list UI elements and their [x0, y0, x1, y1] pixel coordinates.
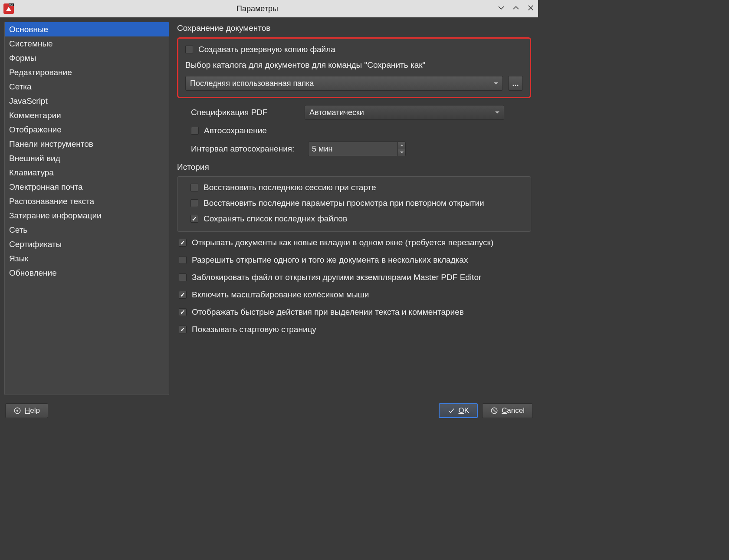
- check-icon: [447, 407, 455, 415]
- sidebar-item-1[interactable]: Системные: [5, 36, 169, 51]
- ok-button[interactable]: OK: [439, 403, 478, 418]
- sidebar-item-11[interactable]: Электронная почта: [5, 180, 169, 194]
- option-label-1: Разрешить открытие одного и того же доку…: [192, 255, 468, 265]
- combo-save-folder-value: Последняя использованная папка: [190, 79, 314, 88]
- option-label-0: Открывать документы как новые вкладки в …: [192, 238, 493, 247]
- sidebar-item-5[interactable]: JavaScript: [5, 94, 169, 108]
- sidebar-item-16[interactable]: Язык: [5, 251, 169, 266]
- category-sidebar: ОсновныеСистемныеФормыРедактированиеСетк…: [4, 22, 169, 395]
- group-title-save: Сохранение документов: [177, 23, 531, 33]
- option-checkbox-4[interactable]: [179, 308, 187, 316]
- sidebar-item-9[interactable]: Внешний вид: [5, 151, 169, 165]
- help-icon: [13, 407, 21, 415]
- save-options-panel: Спецификация PDF Автоматически Автосохра…: [177, 105, 531, 156]
- option-label-2: Заблокировать файл от открытия другими э…: [192, 273, 481, 282]
- sidebar-item-17[interactable]: Обновление: [5, 266, 169, 280]
- label-keep-recent: Сохранять список последних файлов: [204, 214, 347, 224]
- option-label-4: Отображать быстрые действия при выделени…: [192, 307, 464, 317]
- checkbox-restore-session[interactable]: [190, 184, 198, 191]
- help-button-label: Help: [25, 406, 40, 415]
- dialog-body: ОсновныеСистемныеФормыРедактированиеСетк…: [0, 17, 538, 399]
- checkbox-keep-recent[interactable]: [190, 215, 198, 223]
- chevron-down-icon: [494, 82, 498, 85]
- option-row-2: Заблокировать файл от открытия другими э…: [179, 273, 531, 282]
- option-checkbox-1[interactable]: [179, 256, 187, 264]
- browse-button[interactable]: ...: [508, 76, 523, 91]
- sidebar-item-4[interactable]: Сетка: [5, 79, 169, 94]
- option-checkbox-5[interactable]: [179, 326, 187, 333]
- sidebar-item-10[interactable]: Клавиатура: [5, 165, 169, 180]
- svg-point-1: [16, 410, 19, 412]
- option-row-3: Включить масштабирование колёсиком мыши: [179, 290, 531, 300]
- help-button[interactable]: Help: [5, 403, 48, 418]
- label-pdf-spec: Спецификация PDF: [191, 108, 299, 117]
- option-label-5: Показывать стартовую страницу: [192, 325, 316, 334]
- app-icon: PDF: [3, 3, 14, 14]
- combo-save-folder[interactable]: Последняя использованная папка: [185, 76, 503, 91]
- browse-button-label: ...: [512, 79, 519, 88]
- general-options-list: Открывать документы как новые вкладки в …: [177, 238, 531, 334]
- cancel-button[interactable]: Cancel: [482, 403, 533, 418]
- sidebar-item-3[interactable]: Редактирование: [5, 65, 169, 79]
- option-row-5: Показывать стартовую страницу: [179, 325, 531, 334]
- spin-up-button[interactable]: [398, 142, 405, 149]
- sidebar-item-6[interactable]: Комментарии: [5, 108, 169, 122]
- sidebar-item-7[interactable]: Отображение: [5, 122, 169, 137]
- label-restore-view: Восстановить последние параметры просмот…: [204, 198, 484, 208]
- ok-button-label: OK: [459, 406, 470, 415]
- minimize-icon[interactable]: [497, 4, 505, 14]
- app-logo-icon: [5, 5, 12, 12]
- label-backup: Создавать резервную копию файла: [198, 45, 335, 54]
- option-row-4: Отображать быстрые действия при выделени…: [179, 307, 531, 317]
- option-label-3: Включить масштабирование колёсиком мыши: [192, 290, 369, 300]
- combo-pdf-spec[interactable]: Автоматически: [305, 105, 504, 120]
- cancel-icon: [490, 407, 498, 415]
- checkbox-backup[interactable]: [185, 46, 193, 53]
- settings-content: Сохранение документов Создавать резервну…: [177, 22, 534, 395]
- label-interval: Интервал автосохранения:: [191, 144, 303, 154]
- sidebar-item-12[interactable]: Распознавание текста: [5, 194, 169, 208]
- label-folder-choice: Выбор каталога для документов для команд…: [185, 60, 425, 70]
- option-checkbox-3[interactable]: [179, 291, 187, 299]
- option-row-1: Разрешить открытие одного и того же доку…: [179, 255, 531, 265]
- spinbox-interval[interactable]: 5 мин: [308, 142, 406, 156]
- option-row-0: Открывать документы как новые вкладки в …: [179, 238, 531, 247]
- sidebar-item-14[interactable]: Сеть: [5, 223, 169, 237]
- maximize-icon[interactable]: [512, 4, 520, 14]
- label-restore-session: Восстановить последнюю сессию при старте: [204, 183, 376, 192]
- dialog-button-bar: Help OK Cancel: [0, 399, 538, 424]
- sidebar-item-2[interactable]: Формы: [5, 51, 169, 65]
- group-title-history: История: [177, 162, 531, 172]
- sidebar-item-13[interactable]: Затирание информации: [5, 208, 169, 223]
- sidebar-item-0[interactable]: Основные: [5, 22, 169, 36]
- chevron-down-icon: [495, 112, 499, 114]
- checkbox-restore-view[interactable]: [190, 199, 198, 207]
- spinbox-interval-value: 5 мин: [312, 145, 332, 154]
- option-checkbox-2[interactable]: [179, 273, 187, 281]
- history-panel: Восстановить последнюю сессию при старте…: [177, 176, 531, 232]
- titlebar: PDF Параметры: [0, 0, 538, 17]
- window-title: Параметры: [17, 4, 497, 13]
- label-autosave: Автосохранение: [204, 126, 267, 135]
- sidebar-item-15[interactable]: Сертификаты: [5, 237, 169, 251]
- checkbox-autosave[interactable]: [191, 127, 199, 135]
- combo-pdf-spec-value: Автоматически: [309, 108, 364, 117]
- cancel-button-label: Cancel: [502, 406, 525, 415]
- sidebar-item-8[interactable]: Панели инструментов: [5, 137, 169, 151]
- option-checkbox-0[interactable]: [179, 239, 187, 247]
- close-icon[interactable]: [527, 4, 535, 14]
- spin-down-button[interactable]: [398, 149, 405, 156]
- save-folder-panel: Создавать резервную копию файла Выбор ка…: [177, 37, 531, 98]
